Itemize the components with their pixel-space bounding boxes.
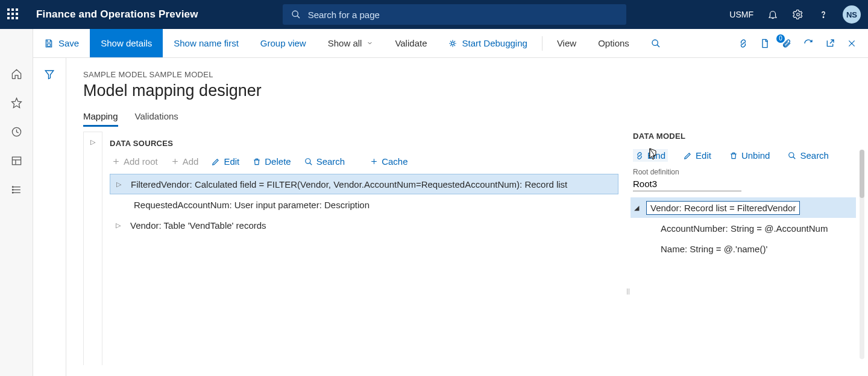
- add-button[interactable]: Add: [171, 156, 199, 167]
- bind-button[interactable]: Bind: [633, 149, 668, 162]
- view-menu[interactable]: View: [546, 29, 587, 57]
- scrollbar-thumb[interactable]: [860, 150, 864, 198]
- recent-icon[interactable]: [10, 126, 22, 138]
- tree-row[interactable]: Name: String = @.'name()': [631, 238, 856, 259]
- trash-icon: [729, 151, 738, 160]
- svg-point-6: [652, 40, 658, 45]
- left-nav-rail: [0, 29, 33, 376]
- popout-icon[interactable]: [825, 38, 835, 49]
- tree-row[interactable]: ▷ FilteredVendor: Calculated field = FIL…: [110, 174, 618, 194]
- app-launcher-icon[interactable]: [7, 8, 19, 21]
- gear-icon[interactable]: [792, 8, 804, 21]
- delete-button[interactable]: Delete: [253, 156, 291, 167]
- page-search-button[interactable]: [640, 29, 671, 57]
- data-model-toolbar: Bind Edit Unbind Search: [633, 149, 856, 162]
- refresh-icon[interactable]: [803, 38, 814, 49]
- global-search[interactable]: Search for a page: [283, 4, 626, 25]
- workspace-icon[interactable]: [10, 155, 22, 167]
- data-model-panel: DATA MODEL Bind Edit Unbind Search: [631, 132, 868, 365]
- caret-right-icon[interactable]: ▷: [116, 221, 122, 229]
- svg-point-26: [305, 158, 310, 163]
- root-definition-label: Root definition: [633, 168, 856, 176]
- cache-button[interactable]: Cache: [370, 156, 407, 167]
- search-icon: [291, 10, 301, 19]
- tree-row[interactable]: ▷ Vendor: Table 'VendTable' records: [110, 215, 618, 235]
- tree-row[interactable]: RequestedAccountNum: User input paramete…: [110, 194, 618, 215]
- page-tabs: Mapping Validations: [83, 111, 868, 127]
- panel-expand-handle[interactable]: ▷: [83, 132, 102, 365]
- document-icon[interactable]: [760, 38, 770, 49]
- bell-icon[interactable]: [767, 8, 779, 21]
- search-icon: [651, 39, 661, 48]
- pencil-icon: [684, 151, 692, 160]
- data-sources-heading: DATA SOURCES: [110, 139, 618, 148]
- tree-row-label: Vendor: Record list = FilteredVendor: [646, 201, 800, 215]
- tab-validations[interactable]: Validations: [135, 111, 178, 127]
- edit-button[interactable]: Edit: [681, 149, 714, 162]
- unbind-button[interactable]: Unbind: [727, 149, 773, 162]
- company-code[interactable]: USMF: [729, 10, 753, 19]
- edit-button[interactable]: Edit: [212, 156, 239, 167]
- star-icon[interactable]: [10, 97, 22, 109]
- add-root-button[interactable]: Add root: [112, 156, 158, 167]
- attachments-icon[interactable]: [781, 38, 792, 49]
- command-bar: Save Show details Show name first Group …: [0, 29, 868, 58]
- svg-line-27: [309, 162, 312, 165]
- root-definition-input[interactable]: [633, 179, 741, 189]
- svg-point-0: [292, 11, 298, 16]
- modules-icon[interactable]: [10, 183, 22, 196]
- debug-icon: [448, 39, 457, 48]
- tree-row-label: RequestedAccountNum: User input paramete…: [134, 200, 370, 210]
- group-view-button[interactable]: Group view: [250, 29, 317, 57]
- filter-pane: [33, 58, 66, 376]
- search-icon: [304, 158, 313, 166]
- tree-row-label: AccountNumber: String = @.AccountNum: [661, 223, 828, 234]
- start-debugging-button[interactable]: Start Debugging: [438, 29, 538, 57]
- root-definition-field-wrap: [633, 177, 741, 191]
- app-title: Finance and Operations Preview: [36, 8, 198, 21]
- svg-marker-10: [11, 98, 21, 107]
- plus-icon: [171, 158, 179, 165]
- tab-mapping[interactable]: Mapping: [83, 111, 118, 127]
- show-details-button[interactable]: Show details: [90, 29, 163, 57]
- filter-icon[interactable]: [44, 69, 55, 376]
- chevron-down-icon: [366, 40, 373, 46]
- help-icon[interactable]: [817, 8, 829, 21]
- plus-icon: [112, 158, 120, 165]
- tree-row[interactable]: ◢ Vendor: Record list = FilteredVendor: [631, 197, 856, 218]
- svg-point-30: [789, 152, 794, 157]
- splitter-handle[interactable]: ||: [626, 216, 631, 365]
- plus-icon: [370, 158, 378, 165]
- scrollbar[interactable]: [860, 150, 864, 359]
- close-icon[interactable]: [846, 38, 857, 49]
- svg-marker-21: [45, 71, 54, 79]
- caret-down-icon[interactable]: ◢: [634, 204, 640, 212]
- tree-row-label: Name: String = @.'name()': [661, 244, 767, 254]
- link-icon[interactable]: [738, 38, 749, 49]
- tree-row[interactable]: AccountNumber: String = @.AccountNum: [631, 218, 856, 238]
- user-avatar[interactable]: NS: [843, 5, 861, 24]
- app-header: Finance and Operations Preview Search fo…: [0, 0, 868, 29]
- options-menu[interactable]: Options: [587, 29, 640, 57]
- svg-point-2: [797, 13, 800, 16]
- svg-rect-12: [12, 157, 20, 165]
- data-sources-panel: ▷ DATA SOURCES Add root Add Edit: [83, 132, 626, 365]
- validate-button[interactable]: Validate: [384, 29, 438, 57]
- breadcrumb: SAMPLE MODEL SAMPLE MODEL: [83, 70, 868, 79]
- tree-row-label: FilteredVendor: Calculated field = FILTE…: [131, 179, 567, 190]
- save-button[interactable]: Save: [33, 29, 90, 57]
- search-button[interactable]: Search: [304, 156, 345, 167]
- tree-row-label: Vendor: Table 'VendTable' records: [130, 220, 266, 231]
- caret-right-icon[interactable]: ▷: [116, 180, 122, 188]
- header-right: USMF NS: [729, 5, 861, 24]
- home-icon[interactable]: [10, 68, 22, 80]
- show-name-first-button[interactable]: Show name first: [163, 29, 250, 57]
- search-placeholder: Search for a page: [308, 10, 380, 20]
- data-model-heading: DATA MODEL: [633, 132, 856, 141]
- pencil-icon: [212, 158, 220, 166]
- save-icon: [44, 39, 54, 48]
- link-icon: [635, 151, 644, 160]
- show-all-dropdown[interactable]: Show all: [317, 29, 385, 57]
- svg-rect-4: [47, 43, 50, 46]
- search-button[interactable]: Search: [785, 149, 831, 162]
